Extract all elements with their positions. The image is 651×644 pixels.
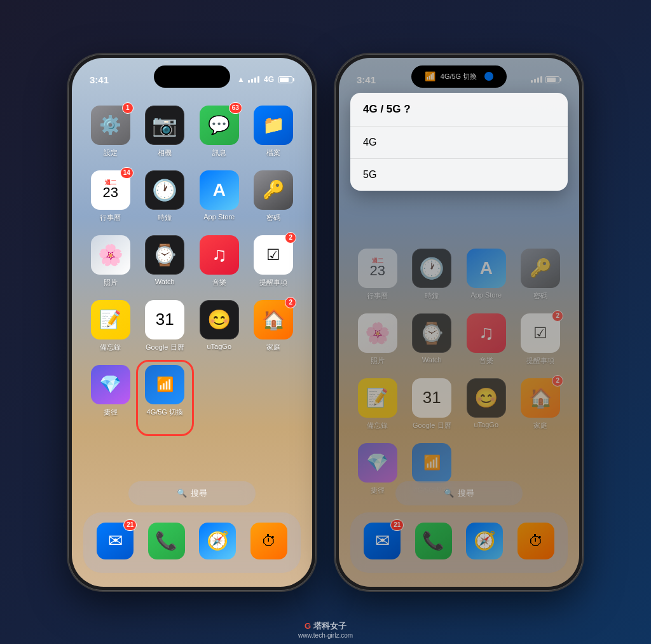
- watermark-line1: G 塔科女子: [298, 620, 353, 632]
- app-icon-watch: ⌚: [145, 235, 184, 275]
- dynamic-island-left: [154, 65, 230, 88]
- app-label-reminders: 提醒事項: [259, 278, 287, 287]
- app-camera[interactable]: 📷 相機: [141, 106, 189, 158]
- app-music[interactable]: ♫ 音樂: [195, 235, 243, 287]
- app-shortcuts[interactable]: 💎 捷徑: [86, 365, 134, 417]
- app-passwords[interactable]: 🔑 密碼: [250, 170, 298, 223]
- app-settings[interactable]: ⚙️ 1 設定: [86, 106, 134, 158]
- app-reminders[interactable]: ☑ 2 提醒事項: [250, 235, 298, 287]
- battery-left: [278, 76, 294, 83]
- app-icon-music: ♫: [200, 235, 239, 275]
- app-row-1: ⚙️ 1 設定 📷 相機 💬 63: [83, 106, 301, 158]
- app-icon-gcal: 31: [145, 300, 184, 339]
- app-label-photos: 照片: [104, 278, 118, 287]
- watermark-line2: www.tech-girlz.com: [298, 632, 353, 639]
- app-messages[interactable]: 💬 63 訊息: [195, 106, 243, 158]
- app-icon-camera: 📷: [145, 106, 184, 145]
- dock-icon-phone: 📞: [148, 523, 185, 559]
- app-empty1: [195, 365, 243, 417]
- popup-item-5g[interactable]: 5G: [350, 159, 568, 191]
- app-label-music: 音樂: [212, 278, 226, 287]
- dock-safari[interactable]: 🧭: [194, 523, 242, 563]
- app-label-camera: 相機: [158, 148, 172, 158]
- app-clock[interactable]: 🕐 時鐘: [141, 170, 189, 223]
- badge-mail: 21: [123, 519, 137, 531]
- app-icon-messages: 💬 63: [200, 106, 239, 145]
- app-row-4: 📝 備忘錄 31 Google 日曆 😊 uTag: [83, 300, 301, 352]
- app-home[interactable]: 🏠 2 家庭: [250, 300, 298, 352]
- dock-mail[interactable]: ✉ 21: [92, 523, 139, 563]
- popup-menu: 4G / 5G ? 4G 5G: [350, 93, 568, 191]
- badge-reminders: 2: [285, 232, 296, 243]
- app-icon-photos: 🌸: [91, 235, 130, 275]
- app-icon-files: 📁: [254, 106, 293, 145]
- app-photos[interactable]: 🌸 照片: [86, 235, 134, 287]
- app-icon-4g5g: 📶: [145, 365, 184, 404]
- dock-left: ✉ 21 📞 🧭 ⏱: [83, 512, 301, 573]
- app-label-notes: 備忘錄: [100, 343, 121, 352]
- app-empty2: [250, 365, 298, 417]
- app-gcal[interactable]: 31 Google 日曆: [141, 300, 189, 352]
- phone-left-screen: 3:41 ▲ 4G: [72, 58, 312, 587]
- app-row-3: 🌸 照片 ⌚ Watch ♫ 音樂: [83, 235, 301, 287]
- scene: 3:41 ▲ 4G: [0, 0, 651, 644]
- app-appstore[interactable]: A App Store: [195, 170, 243, 223]
- app-utaggo[interactable]: 😊 uTagGo: [195, 300, 243, 352]
- app-label-4g5g: 4G/5G 切換: [147, 408, 183, 417]
- app-icon-notes: 📝: [91, 300, 130, 339]
- app-calendar[interactable]: 週二 23 14 行事曆: [86, 170, 134, 223]
- app-row-5: 💎 捷徑 📶 4G/5G 切換: [83, 365, 301, 417]
- app-label-clock: 時鐘: [158, 213, 172, 223]
- app-label-watch: Watch: [155, 278, 175, 285]
- app-label-shortcuts: 捷徑: [104, 408, 118, 417]
- phone-left: 3:41 ▲ 4G: [68, 54, 316, 591]
- badge-messages: 63: [229, 102, 242, 114]
- app-row-2: 週二 23 14 行事曆 🕐 時鐘: [83, 170, 301, 223]
- app-label-passwords: 密碼: [266, 213, 280, 223]
- app-label-appstore: App Store: [203, 213, 235, 221]
- dock-icon-astro: ⏱: [250, 523, 287, 559]
- popup-item-4g[interactable]: 4G: [350, 127, 568, 159]
- app-icon-calendar: 週二 23 14: [91, 170, 130, 210]
- app-label-files: 檔案: [266, 148, 280, 158]
- watermark: G 塔科女子 www.tech-girlz.com: [298, 620, 353, 639]
- app-icon-passwords: 🔑: [254, 170, 293, 210]
- app-4g5g[interactable]: 📶 4G/5G 切換: [141, 365, 189, 417]
- app-icon-appstore: A: [200, 170, 239, 210]
- dock-icon-safari: 🧭: [199, 523, 236, 559]
- app-label-settings: 設定: [104, 148, 118, 158]
- app-label-home: 家庭: [266, 343, 280, 352]
- app-icon-shortcuts: 💎: [91, 365, 130, 404]
- status-right-left: ▲ 4G: [237, 75, 294, 84]
- app-label-utaggo: uTagGo: [207, 343, 231, 350]
- time-left: 3:41: [90, 74, 109, 85]
- network-left: 4G: [264, 75, 274, 84]
- app-icon-home: 🏠 2: [254, 300, 293, 339]
- app-files[interactable]: 📁 檔案: [250, 106, 298, 158]
- app-icon-clock: 🕐: [145, 170, 184, 210]
- app-icon-settings: ⚙️ 1: [91, 106, 130, 145]
- dock-icon-mail: ✉ 21: [97, 523, 134, 559]
- app-grid-left: ⚙️ 1 設定 📷 相機 💬 63: [72, 99, 312, 436]
- phone-right-screen: 📶 4G/5G 切換 3:41: [339, 58, 579, 587]
- app-label-messages: 訊息: [212, 148, 226, 158]
- app-notes[interactable]: 📝 備忘錄: [86, 300, 134, 352]
- app-label-gcal: Google 日曆: [146, 343, 184, 352]
- app-icon-reminders: ☑ 2: [254, 235, 293, 275]
- location-icon: ▲: [237, 75, 245, 84]
- phone-right: 📶 4G/5G 切換 3:41: [335, 54, 583, 591]
- app-watch[interactable]: ⌚ Watch: [141, 235, 189, 287]
- badge-home: 2: [285, 297, 296, 308]
- search-label-left: 搜尋: [191, 488, 207, 499]
- dock-phone[interactable]: 📞: [142, 523, 190, 563]
- popup-title: 4G / 5G ?: [350, 93, 568, 127]
- dock-astro[interactable]: ⏱: [245, 523, 292, 563]
- badge-calendar: 14: [120, 167, 134, 179]
- app-label-calendar: 行事曆: [100, 213, 121, 223]
- search-icon-left: 🔍: [177, 488, 187, 498]
- app-icon-utaggo: 😊: [200, 300, 239, 339]
- search-bar-left[interactable]: 🔍 搜尋: [128, 481, 256, 505]
- badge-settings: 1: [122, 102, 134, 114]
- signal-bars-left: [248, 76, 259, 83]
